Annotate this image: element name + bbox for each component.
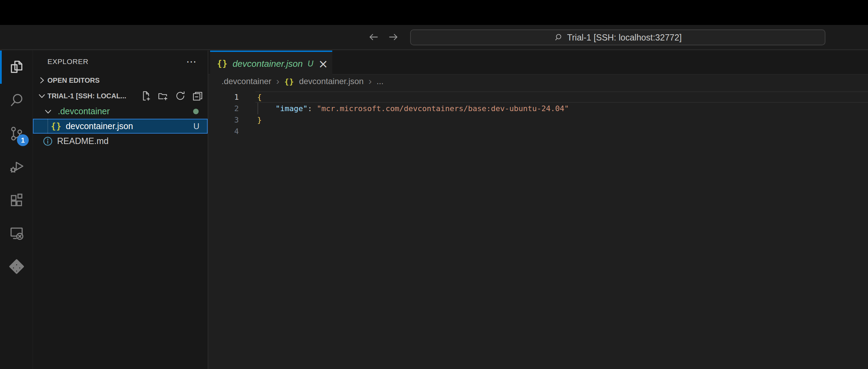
file-name: devcontainer.json	[66, 121, 133, 131]
code-line-content: }	[257, 114, 262, 126]
activitybar-containers[interactable]	[0, 250, 33, 283]
code-line[interactable]: 1{	[208, 91, 868, 103]
activitybar-search[interactable]	[0, 84, 33, 117]
tree-item-devcontainer-json[interactable]: {} devcontainer.json U	[33, 119, 208, 134]
files-icon	[8, 59, 25, 75]
json-file-icon: {}	[284, 77, 294, 86]
chevron-separator-icon: ›	[276, 76, 279, 87]
breadcrumb: .devcontainer › {} devcontainer.json › .…	[208, 75, 868, 88]
vscode-window: Trial-1 [SSH: localhost:32772] 1	[0, 0, 868, 369]
activitybar-extensions[interactable]	[0, 183, 33, 217]
current-line-highlight	[255, 91, 868, 103]
activitybar-explorer[interactable]	[0, 51, 33, 84]
git-changes-dot	[193, 109, 199, 114]
sidebar-header: EXPLORER ⋯	[33, 51, 208, 73]
command-center-text: Trial-1 [SSH: localhost:32772]	[567, 33, 681, 43]
code-line[interactable]: 4	[208, 126, 868, 137]
file-tree: .devcontainer {} devcontainer.json U REA…	[33, 104, 208, 148]
command-center[interactable]: Trial-1 [SSH: localhost:32772]	[410, 29, 825, 45]
tree-item-devcontainer-folder[interactable]: .devcontainer	[33, 104, 208, 119]
tree-item-readme[interactable]: README.md	[33, 134, 208, 148]
readme-info-icon	[43, 136, 53, 146]
tab-label: devcontainer.json	[233, 58, 303, 69]
breadcrumb-folder[interactable]: .devcontainer	[221, 76, 271, 86]
file-name: README.md	[57, 136, 109, 146]
workspace-label: TRIAL-1 [SSH: LOCAL...	[47, 92, 138, 100]
source-control-badge: 1	[17, 134, 29, 146]
activitybar-remote-explorer[interactable]	[0, 217, 33, 250]
line-number[interactable]: 4	[208, 126, 239, 137]
arrow-left-icon	[368, 31, 379, 43]
search-icon	[554, 33, 563, 42]
tab-bar: {} devcontainer.json U ×	[208, 51, 868, 75]
tree-indent-guide	[47, 119, 48, 134]
breadcrumb-file[interactable]: devcontainer.json	[299, 76, 364, 86]
code-line[interactable]: 2 "image": "mcr.microsoft.com/devcontain…	[208, 103, 868, 114]
editor-area: {} devcontainer.json U × .devcontainer ›…	[208, 51, 868, 369]
views-and-more-actions-button[interactable]: ⋯	[186, 58, 197, 65]
collapse-folders-button[interactable]	[192, 91, 203, 101]
tab-modified-badge: U	[308, 59, 314, 69]
top-black-strip	[0, 0, 868, 25]
code-line[interactable]: 3}	[208, 114, 868, 126]
code-line-content: {	[257, 91, 262, 103]
new-folder-button[interactable]	[158, 91, 168, 101]
open-editors-label: OPEN EDITORS	[47, 76, 208, 84]
chevron-separator-icon: ›	[369, 76, 372, 87]
refresh-explorer-button[interactable]	[175, 91, 186, 101]
close-tab-button[interactable]: ×	[318, 58, 328, 70]
tab-devcontainer-json[interactable]: {} devcontainer.json U ×	[210, 51, 332, 75]
code-editor[interactable]: 1{2 "image": "mcr.microsoft.com/devconta…	[208, 88, 868, 369]
git-untracked-badge: U	[193, 122, 199, 131]
json-file-icon: {}	[217, 59, 228, 69]
chevron-right-icon	[37, 75, 47, 85]
code-line-content: "image": "mcr.microsoft.com/devcontainer…	[257, 103, 569, 114]
run-debug-icon	[8, 159, 25, 175]
line-number[interactable]: 2	[208, 103, 239, 114]
activitybar-run-debug[interactable]	[0, 150, 33, 183]
extensions-icon	[8, 192, 25, 208]
navigate-forward-button[interactable]	[388, 31, 399, 43]
arrow-right-icon	[388, 31, 399, 43]
json-file-icon: {}	[51, 122, 62, 131]
new-file-button[interactable]	[141, 91, 151, 101]
containers-icon	[8, 258, 25, 275]
code-lines: 1{2 "image": "mcr.microsoft.com/devconta…	[208, 91, 868, 137]
explorer-sidebar: EXPLORER ⋯ OPEN EDITORS TRIAL-1 [SSH: LO…	[33, 51, 208, 369]
open-editors-section[interactable]: OPEN EDITORS	[33, 73, 208, 88]
line-number[interactable]: 3	[208, 114, 239, 126]
activity-bar: 1	[0, 51, 33, 369]
chevron-down-icon	[43, 107, 53, 116]
sidebar-title: EXPLORER	[47, 57, 88, 66]
navigate-back-button[interactable]	[368, 31, 379, 43]
breadcrumb-symbol[interactable]: ...	[377, 76, 383, 86]
chevron-down-icon	[37, 91, 47, 101]
activitybar-source-control[interactable]: 1	[0, 117, 33, 150]
search-icon	[8, 92, 25, 109]
folder-name: .devcontainer	[58, 106, 110, 116]
title-bar: Trial-1 [SSH: localhost:32772]	[0, 25, 868, 50]
workspace-section[interactable]: TRIAL-1 [SSH: LOCAL...	[33, 88, 208, 104]
line-number[interactable]: 1	[208, 91, 239, 103]
remote-explorer-icon	[8, 225, 25, 242]
